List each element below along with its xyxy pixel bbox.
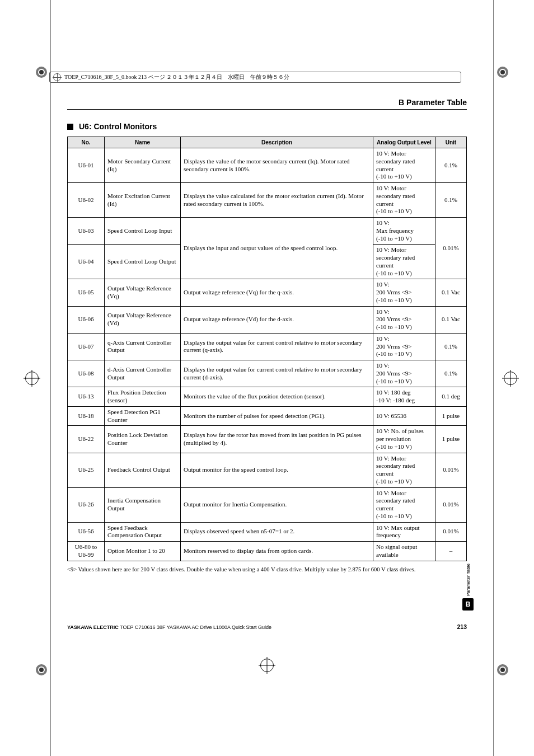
cell-no: U6-08 <box>68 360 105 387</box>
registration-target-icon <box>25 372 39 385</box>
page-content: B Parameter Table U6: Control Monitors N… <box>67 98 467 661</box>
svg-point-2 <box>39 70 44 74</box>
section-heading: U6: Control Monitors <box>67 122 467 131</box>
cell-name: q-Axis Current Controller Output <box>105 333 181 360</box>
table-row: U6-06Output Voltage Reference (Vd)Output… <box>68 306 467 333</box>
cell-level: 10 V: Motor secondary rated current (-10… <box>373 183 435 218</box>
col-header-name: Name <box>105 137 181 148</box>
cell-unit: 0.01% <box>435 487 467 522</box>
cell-name: Flux Position Detection (sensor) <box>105 387 181 407</box>
cell-level: No signal output available <box>373 542 435 561</box>
signature-mark-icon <box>53 73 61 81</box>
cell-name: Motor Secondary Current (Iq) <box>105 148 181 183</box>
table-row: U6-26Inertia Compensation OutputOutput m… <box>68 487 467 522</box>
table-row: U6-03Speed Control Loop InputDisplays th… <box>68 218 467 245</box>
print-sheet-header: TOEP_C710616_38F_5_0.book 213 ページ ２０１３年１… <box>49 72 461 83</box>
table-row: U6-07q-Axis Current Controller OutputDis… <box>68 333 467 360</box>
cell-name: d-Axis Current Controller Output <box>105 360 181 387</box>
cell-name: Speed Control Loop Input <box>105 218 181 245</box>
cell-level: 10 V: Motor secondary rated current (-10… <box>373 453 435 487</box>
table-row: U6-08d-Axis Current Controller OutputDis… <box>68 360 467 387</box>
cell-description: Displays the output value for current co… <box>181 360 373 387</box>
table-header-row: No. Name Description Analog Output Level… <box>68 137 467 148</box>
cell-unit: 1 pulse <box>435 426 467 453</box>
cell-unit: 0.01% <box>435 453 467 487</box>
table-row: U6-01Motor Secondary Current (Iq)Display… <box>68 148 467 183</box>
side-tab-label: Parameter Table <box>466 564 471 596</box>
cell-no: U6-80 to U6-99 <box>68 542 105 561</box>
cell-level: 10 V: Motor secondary rated current (-10… <box>373 148 435 183</box>
cell-no: U6-03 <box>68 218 105 245</box>
table-row: U6-22Position Lock Deviation CounterDisp… <box>68 426 467 453</box>
parameter-table: No. Name Description Analog Output Level… <box>67 137 467 561</box>
cell-name: Position Lock Deviation Counter <box>105 426 181 453</box>
svg-point-6 <box>36 664 47 675</box>
cell-no: U6-06 <box>68 306 105 333</box>
col-header-no: No. <box>68 137 105 148</box>
svg-point-7 <box>38 666 45 673</box>
col-header-unit: Unit <box>435 137 467 148</box>
cell-no: U6-01 <box>68 148 105 183</box>
cell-no: U6-05 <box>68 279 105 306</box>
cell-level: 10 V: Max frequency (-10 to +10 V) <box>373 218 435 245</box>
cell-description: Output voltage reference (Vd) for the d-… <box>181 306 373 333</box>
cell-name: Output Voltage Reference (Vq) <box>105 279 181 306</box>
cell-description: Displays how far the rotor has moved fro… <box>181 426 373 453</box>
table-row: U6-13Flux Position Detection (sensor)Mon… <box>68 387 467 407</box>
crop-line <box>50 0 51 756</box>
cell-unit: 0.1 Vac <box>435 306 467 333</box>
table-row: U6-02Motor Excitation Current (Id)Displa… <box>68 183 467 218</box>
crop-line <box>493 0 494 756</box>
cell-level: 10 V: 200 Vrms <9> (-10 to +10 V) <box>373 333 435 360</box>
cell-level: 10 V: 180 deg -10 V: -180 deg <box>373 387 435 407</box>
svg-point-0 <box>36 67 47 78</box>
svg-point-10 <box>499 666 506 673</box>
cell-description: Monitors reserved to display data from o… <box>181 542 373 561</box>
col-header-desc: Description <box>181 137 373 148</box>
square-bullet-icon <box>67 124 73 130</box>
table-row: U6-25Feedback Control OutputOutput monit… <box>68 453 467 487</box>
table-row: U6-56Speed Feedback Compensation OutputD… <box>68 522 467 542</box>
cell-unit: 0.01% <box>435 522 467 542</box>
cell-description: Displays observed speed when n5-07=1 or … <box>181 522 373 542</box>
sheet-header-text: TOEP_C710616_38F_5_0.book 213 ページ ２０１３年１… <box>64 73 289 81</box>
footer-doc-title: TOEP C710616 38F YASKAWA AC Drive L1000A… <box>119 624 271 630</box>
cell-no: U6-25 <box>68 453 105 487</box>
cell-name: Motor Excitation Current (Id) <box>105 183 181 218</box>
cell-unit: 0.1% <box>435 148 467 183</box>
cell-level: 10 V: 200 Vrms <9> (-10 to +10 V) <box>373 360 435 387</box>
table-row: U6-80 to U6-99Option Monitor 1 to 20Moni… <box>68 542 467 561</box>
cell-name: Option Monitor 1 to 20 <box>105 542 181 561</box>
cell-description: Monitors the number of pulses for speed … <box>181 406 373 426</box>
cell-name: Feedback Control Output <box>105 453 181 487</box>
cell-description: Displays the output value for current co… <box>181 333 373 360</box>
cell-unit: 0.1 deg <box>435 387 467 407</box>
cell-description: Output monitor for Inertia Compensation. <box>181 487 373 522</box>
cell-no: U6-02 <box>68 183 105 218</box>
cell-name: Speed Feedback Compensation Output <box>105 522 181 542</box>
page-footer: YASKAWA ELECTRIC TOEP C710616 38F YASKAW… <box>67 623 467 630</box>
section-heading-text: U6: Control Monitors <box>79 122 157 131</box>
crop-target-icon <box>495 662 510 678</box>
cell-description: Displays the value calculated for the mo… <box>181 183 373 218</box>
cell-no: U6-22 <box>68 426 105 453</box>
crop-target-icon <box>34 662 49 678</box>
cell-unit: 0.01% <box>435 218 467 279</box>
footer-left: YASKAWA ELECTRIC TOEP C710616 38F YASKAW… <box>67 624 271 630</box>
cell-level: 10 V: 200 Vrms <9> (-10 to +10 V) <box>373 279 435 306</box>
cell-description: Output monitor for the speed control loo… <box>181 453 373 487</box>
table-row: U6-18Speed Detection PG1 CounterMonitors… <box>68 406 467 426</box>
svg-point-9 <box>497 664 508 675</box>
cell-name: Speed Detection PG1 Counter <box>105 406 181 426</box>
cell-no: U6-56 <box>68 522 105 542</box>
cell-description: Displays the input and output values of … <box>181 218 373 279</box>
cell-no: U6-13 <box>68 387 105 407</box>
table-row: U6-05Output Voltage Reference (Vq)Output… <box>68 279 467 306</box>
svg-point-3 <box>497 67 508 78</box>
header-rule <box>67 109 467 110</box>
registration-target-icon <box>504 372 517 385</box>
cell-level: 10 V: Max output frequency <box>373 522 435 542</box>
footer-brand: YASKAWA ELECTRIC <box>67 624 119 630</box>
cell-unit: 0.1% <box>435 183 467 218</box>
svg-point-5 <box>500 70 505 74</box>
